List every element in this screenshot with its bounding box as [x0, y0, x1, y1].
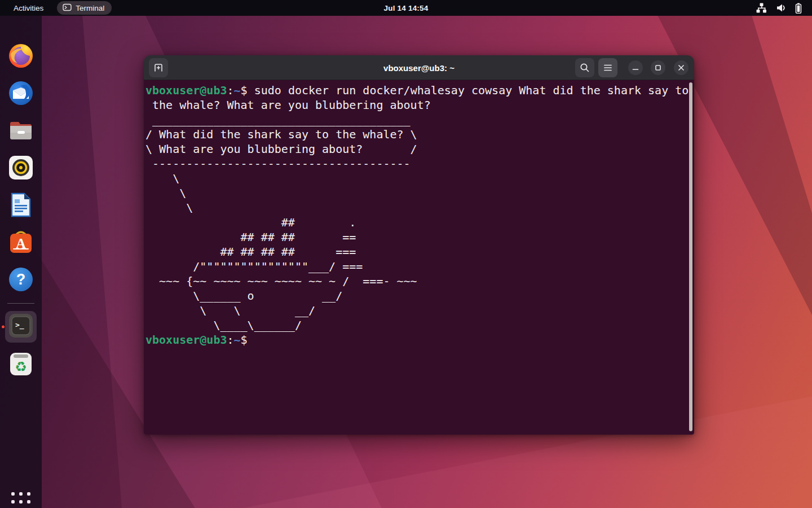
- running-indicator-dot: [2, 326, 5, 329]
- terminal-window: vboxuser@ub3: ~: [144, 55, 694, 435]
- dock-item-ubuntu-software[interactable]: A: [5, 227, 37, 259]
- activities-button[interactable]: Activities: [8, 2, 49, 14]
- minimize-button[interactable]: [628, 60, 643, 75]
- minimize-icon: [631, 63, 640, 72]
- ubuntu-software-icon: A: [7, 229, 34, 258]
- prompt-user-host: vboxuser@ub3: [145, 84, 227, 97]
- dock-separator: [7, 303, 34, 304]
- window-title: vboxuser@ub3: ~: [383, 63, 454, 72]
- dock-item-help[interactable]: ?: [5, 265, 37, 296]
- svg-text:?: ?: [16, 271, 26, 288]
- libreoffice-writer-icon: [7, 191, 34, 221]
- maximize-button[interactable]: [651, 60, 665, 75]
- terminal-command-wrap-line: the whale? What are you blubbering about…: [145, 98, 694, 112]
- trash-icon: ♻: [8, 351, 34, 379]
- menu-button[interactable]: [598, 58, 617, 77]
- clock[interactable]: Jul 14 14:54: [384, 4, 429, 12]
- terminal-prompt-line: vboxuser@ub3:~$: [145, 332, 694, 347]
- command-text: sudo docker run docker/whalesay cowsay W…: [248, 84, 689, 97]
- dock: A ?: [0, 16, 42, 508]
- dock-item-rhythmbox[interactable]: [5, 153, 37, 185]
- dock-item-thunderbird[interactable]: [5, 78, 37, 110]
- svg-text:>_: >_: [15, 321, 24, 330]
- maximize-icon: [654, 63, 663, 72]
- prompt-directory: ~: [234, 84, 241, 97]
- search-icon: [579, 62, 590, 73]
- new-tab-button[interactable]: [149, 58, 168, 77]
- close-button[interactable]: [674, 60, 689, 75]
- show-apps-grid-icon: [11, 492, 30, 508]
- rhythmbox-icon: [7, 154, 34, 183]
- headerbar[interactable]: vboxuser@ub3: ~: [144, 55, 694, 80]
- show-apps-button[interactable]: [5, 486, 37, 508]
- search-button[interactable]: [575, 58, 594, 77]
- top-bar: Activities Terminal Jul 14 14:54: [0, 0, 812, 16]
- system-status-area[interactable]: [752, 0, 806, 16]
- wired-network-icon: [756, 3, 767, 13]
- focused-app-label: Terminal: [76, 4, 104, 12]
- volume-icon: [776, 3, 786, 13]
- focused-app-menu[interactable]: Terminal: [57, 1, 112, 15]
- close-icon: [677, 63, 686, 72]
- dock-item-terminal[interactable]: >_: [5, 311, 37, 343]
- desktop: Activities Terminal Jul 14 14:54: [0, 0, 812, 508]
- svg-text:♻: ♻: [15, 359, 27, 375]
- files-icon: [7, 117, 34, 146]
- terminal-screen[interactable]: vboxuser@ub3:~$ sudo docker run docker/w…: [144, 80, 694, 435]
- terminal-command-line: vboxuser@ub3:~$ sudo docker run docker/w…: [145, 83, 694, 98]
- thunderbird-icon: [7, 80, 34, 109]
- dock-item-firefox[interactable]: [5, 41, 37, 73]
- firefox-icon: [7, 42, 34, 72]
- whalesay-ascii-art: ______________________________________ /…: [145, 112, 694, 332]
- dock-item-libreoffice-writer[interactable]: [5, 190, 37, 222]
- dock-item-files[interactable]: [5, 116, 37, 147]
- prompt-directory: ~: [234, 333, 241, 347]
- hamburger-menu-icon: [602, 62, 614, 73]
- terminal-app-icon: >_: [8, 313, 34, 341]
- dock-item-trash[interactable]: ♻: [5, 349, 37, 380]
- terminal-app-icon: [63, 3, 72, 14]
- prompt-user-host: vboxuser@ub3: [145, 333, 227, 347]
- help-icon: ?: [7, 266, 34, 295]
- battery-icon: [795, 3, 802, 14]
- terminal-scrollbar[interactable]: [689, 82, 692, 431]
